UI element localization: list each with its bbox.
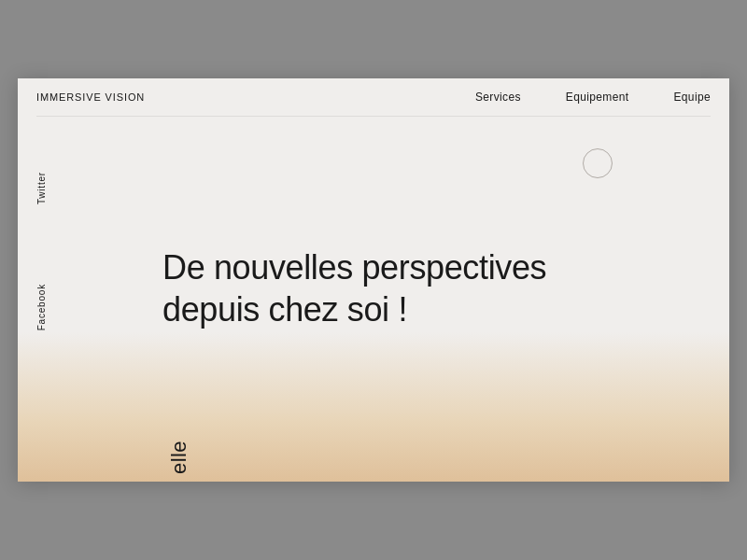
- nav-equipe[interactable]: Equipe: [673, 91, 711, 104]
- browser-window: IMMERSIVE VISION Services Equipement Equ…: [18, 78, 729, 482]
- sidebar-facebook[interactable]: Facebook: [36, 284, 47, 330]
- circle-decoration: [583, 148, 613, 178]
- nav-equipement[interactable]: Equipement: [566, 91, 629, 104]
- hero-title: De nouvelles perspectives depuis chez so…: [162, 246, 546, 330]
- hero-content: De nouvelles perspectives depuis chez so…: [162, 246, 546, 330]
- nav-services[interactable]: Services: [475, 91, 521, 104]
- bottom-brand: elle: [167, 441, 191, 474]
- nav-separator: [36, 116, 711, 117]
- sidebar-social: Twitter Facebook: [18, 116, 64, 482]
- navbar: IMMERSIVE VISION Services Equipement Equ…: [18, 78, 729, 116]
- sidebar-twitter[interactable]: Twitter: [36, 172, 47, 204]
- nav-links: Services Equipement Equipe: [475, 91, 711, 104]
- hero-title-line2: depuis chez soi !: [162, 290, 407, 329]
- logo: IMMERSIVE VISION: [36, 91, 145, 103]
- hero-title-line1: De nouvelles perspectives: [162, 248, 546, 287]
